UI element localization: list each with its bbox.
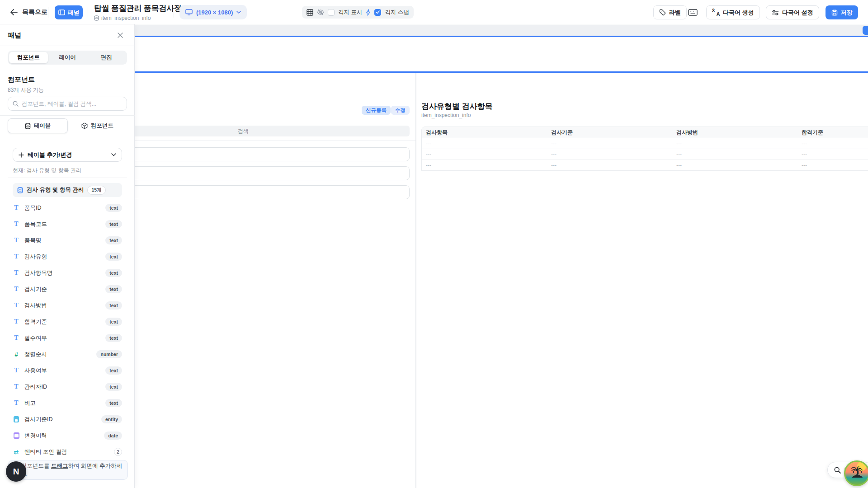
table-group-label: 검사 유형 및 항목 관리 [27,186,84,194]
database-icon [94,15,99,21]
field-item[interactable]: T관리자IDtext [13,379,122,395]
toolbar-divider [174,7,174,18]
text-field-icon: T [13,367,20,374]
grid-show-checkbox[interactable] [328,9,335,16]
table-cell: --- [422,138,547,149]
shortcut-keyboard-button[interactable] [688,7,698,18]
top-toolbar: 목록으로 패널 탑씰 품질관리 품목검사정보 item_inspection_i… [0,0,868,24]
table-cell: --- [672,149,797,160]
database-icon [25,123,31,129]
field-type-badge: text [105,285,122,293]
grid-snap-checkbox[interactable] [374,9,381,16]
field-item[interactable]: T합격기준text [13,314,122,330]
table-cell: --- [797,149,868,160]
field-label: 검사유형 [24,253,47,261]
field-type-badge: text [105,366,122,375]
lightning-icon [366,9,371,16]
tag-icon [659,9,666,16]
field-label: 변경이력 [24,432,47,440]
source-tab-tables[interactable]: 테이블 [8,118,68,133]
toolbar-divider [88,7,88,18]
field-label: 검사기준 [24,286,47,293]
grid-options-group: 격자 표시 격자 스냅 [302,6,414,19]
table-column-header: 검사방법 [672,127,797,138]
table-section-title: 검사유형별 검사항목 [421,101,493,112]
table-cell: --- [797,160,868,170]
components-count: 83개 사용 가능 [8,86,44,94]
field-label: 품목명 [24,237,42,244]
tune-sliders-icon [772,9,779,16]
tab-components[interactable]: 컴포넌트 [9,52,48,63]
table-cell: --- [672,160,797,170]
i18n-settings-button[interactable]: 다국어 설정 [766,5,819,19]
i18n-generate-button[interactable]: x̄A 다국어 생성 [706,5,760,19]
table-row[interactable]: ------------ [422,149,868,160]
field-item[interactable]: T검사방법text [13,297,122,314]
field-count-badge: 2 [114,448,122,456]
grid-show-label: 격자 표시 [338,9,362,16]
panel-search-input[interactable] [22,101,122,107]
table-cell: --- [547,149,672,160]
field-item[interactable]: T검사기준text [13,281,122,297]
field-label: 검사방법 [24,302,47,310]
island-extension-badge[interactable]: 🏝 [844,460,868,486]
field-type-badge: text [105,204,122,212]
field-item[interactable]: #정렬순서number [13,346,122,362]
tab-edit[interactable]: 편집 [87,52,126,63]
add-table-button[interactable]: 테이블 추가/변경 [13,148,122,162]
field-item[interactable]: T품목명text [13,232,122,249]
i18n-settings-text: 다국어 설정 [782,9,813,17]
document-title-block: 탑씰 품질관리 품목검사정보 item_inspection_info [94,3,189,21]
field-type-badge: text [105,253,122,261]
table-group-item[interactable]: 검사 유형 및 항목 관리 15개 [13,183,122,197]
panel-toggle-button[interactable]: 패널 [55,5,83,19]
source-tab-components[interactable]: 컴포넌트 [68,118,127,133]
text-field-icon: T [13,237,20,244]
i18n-generate-text: 다국어 생성 [723,9,754,17]
field-item[interactable]: T필수여부text [13,330,122,346]
field-item[interactable]: T품목IDtext [13,200,122,216]
source-tab-components-label: 컴포넌트 [91,122,113,130]
field-label: 관리자ID [24,383,47,391]
text-field-icon: T [13,302,20,309]
field-item[interactable]: 변경이력date [13,427,122,444]
keyboard-icon [688,9,698,16]
new-register-button[interactable]: 신규등록 [362,106,391,115]
label-button[interactable]: 라벨 [653,5,687,19]
field-item[interactable]: T검사항목명text [13,265,122,281]
side-panel: 패널 컴포넌트 레이어 편집 컴포넌트 83개 사용 가능 테이블 [0,24,135,488]
panel-close-button[interactable] [117,30,128,41]
field-item[interactable]: ⇄엔티티 조인 컬럼2 [13,444,122,460]
back-to-list-button[interactable]: 목록으로 [10,0,47,24]
field-label: 사용여부 [24,367,47,375]
field-item[interactable]: 검사기준IDentity [13,411,122,427]
inspection-table: 검사항목검사기준검사방법합격기준 -----------------------… [421,127,868,171]
save-button[interactable]: 저장 [826,5,858,19]
field-item[interactable]: T비고text [13,395,122,411]
resolution-dropdown[interactable]: (868 × 488) [179,5,247,19]
number-field-icon: # [13,351,20,358]
tab-layers[interactable]: 레이어 [48,52,87,63]
field-item[interactable]: T사용여부text [13,362,122,379]
close-icon [117,32,123,38]
table-row[interactable]: ------------ [422,160,868,171]
search-icon [13,101,19,107]
row-handle-pill[interactable] [863,26,868,35]
panel-icon [58,9,65,15]
cube-icon [81,122,88,129]
source-tab-tables-label: 테이블 [34,122,51,130]
field-type-badge: entity [101,415,122,423]
edit-button[interactable]: 수정 [391,106,410,115]
panel-search-box [8,97,127,111]
back-arrow-icon [10,9,18,16]
field-label: 엔티티 조인 컬럼 [24,448,67,456]
text-field-icon: T [13,399,20,407]
brand-logo-badge[interactable]: N [6,461,26,482]
field-item[interactable]: T검사유형text [13,249,122,265]
field-item[interactable]: T품목코드text [13,216,122,232]
field-type-badge: text [105,383,122,391]
resolution-label: (868 × 488) [196,9,233,16]
table-column-header: 검사항목 [422,127,547,138]
table-column-header: 합격기준 [797,127,868,138]
table-row[interactable]: ------------ [422,138,868,149]
